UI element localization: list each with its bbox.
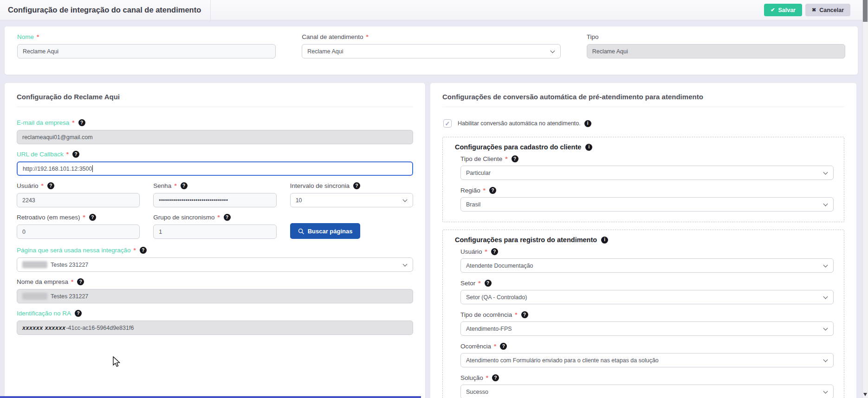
identificacao-label: Identificação no RA ? — [17, 310, 413, 317]
retroativo-input[interactable] — [17, 225, 140, 239]
intervalo-select[interactable]: 10 — [290, 193, 413, 207]
help-icon[interactable]: ? — [489, 187, 496, 194]
tipo-cliente-label: Tipo de Cliente * ? — [460, 155, 834, 162]
save-button-label: Salvar — [778, 7, 796, 13]
label-text: Senha — [153, 182, 171, 189]
ocorrencia-select[interactable]: Atendimento com Formulário enviado para … — [460, 353, 834, 367]
help-icon[interactable]: ? — [500, 343, 507, 350]
help-icon[interactable]: ? — [47, 182, 54, 189]
buscar-paginas-button[interactable]: Buscar páginas — [290, 223, 361, 239]
chevron-down-icon — [823, 170, 828, 174]
required-asterisk: * — [72, 119, 74, 126]
help-icon[interactable]: ? — [521, 311, 528, 318]
help-icon[interactable]: ? — [224, 214, 231, 221]
help-icon[interactable]: ? — [492, 374, 499, 381]
regiao-label: Região * ? — [460, 187, 834, 194]
label-text: URL de Callback — [17, 151, 64, 158]
email-label: E-mail da empresa * ? — [17, 119, 413, 126]
help-icon[interactable]: ? — [353, 182, 360, 189]
required-asterisk: * — [83, 214, 85, 221]
nome-label: Nome * — [17, 33, 276, 40]
canal-select[interactable]: Reclame Aqui — [302, 44, 560, 58]
title-text: Configurações para cadastro do cliente — [455, 143, 581, 151]
field-retroativo: Retroativo (em meses) * ? — [17, 214, 140, 239]
label-text: Solução — [460, 374, 483, 381]
field-solucao: Solução * ? Sucesso — [460, 374, 834, 398]
help-icon[interactable]: ? — [77, 278, 84, 285]
field-tipo: Tipo — [587, 33, 845, 58]
help-icon[interactable]: ? — [512, 155, 518, 162]
senha-input[interactable] — [153, 193, 276, 207]
pagina-select[interactable]: Testes 231227 — [17, 257, 413, 272]
info-icon[interactable]: i — [584, 120, 591, 127]
grupo-input[interactable] — [153, 225, 276, 239]
scroll-down-arrow-icon[interactable] — [863, 393, 867, 396]
label-text: Setor — [460, 280, 475, 287]
chevron-down-icon — [823, 357, 828, 362]
chevron-down-icon — [823, 201, 828, 206]
required-asterisk: * — [515, 311, 517, 318]
help-icon[interactable]: ? — [181, 182, 188, 189]
header-divider — [210, 0, 211, 20]
field-callback-url: URL de Callback * ? http://192.168.101.1… — [17, 151, 413, 176]
registro-usuario-select[interactable]: Atendente Documentação — [460, 258, 834, 273]
mouse-cursor — [111, 356, 122, 367]
field-senha: Senha * ? — [153, 182, 276, 207]
save-button[interactable]: ✔ Salvar — [764, 4, 802, 16]
required-asterisk: * — [494, 343, 496, 350]
solucao-select[interactable]: Sucesso — [460, 385, 834, 398]
app-window: Configuração de integração do canal de a… — [0, 0, 868, 398]
pagina-label: Página que será usada nessa integração *… — [17, 247, 413, 254]
info-icon[interactable]: i — [601, 237, 608, 244]
email-input[interactable] — [17, 130, 413, 144]
tipo-input[interactable] — [587, 44, 845, 58]
identificacao-input[interactable]: xxxxxx xxxxxx -41cc-ac16-5964d9e831f6 — [17, 321, 413, 335]
callback-input[interactable]: http://192.168.101.12:3500 — [17, 161, 413, 176]
tipo-ocorrencia-select[interactable]: Atendimento-FPS — [460, 321, 834, 336]
help-icon[interactable]: ? — [140, 247, 147, 254]
enable-conversion-checkbox[interactable]: ✓ — [443, 119, 452, 128]
canal-label: Canal de atendimento * — [302, 33, 560, 40]
label-text: Intervalo de sincronia — [290, 182, 350, 189]
bottom-edge-bar — [0, 396, 421, 398]
field-pagina-integracao: Página que será usada nessa integração *… — [17, 247, 413, 272]
label-text: Habilitar conversão automática no atendi… — [458, 120, 581, 127]
checkmark-icon: ✓ — [445, 120, 450, 127]
cancel-button[interactable]: ✖ Cancelar — [805, 4, 850, 16]
auto-conversion-panel: Configurações de conversão automática de… — [430, 83, 856, 398]
reclame-aqui-config-panel: Configuração do Reclame Aqui E-mail da e… — [5, 83, 425, 398]
help-icon[interactable]: ? — [89, 214, 96, 221]
nome-empresa-input[interactable]: Testes 231227 — [17, 289, 413, 303]
help-icon[interactable]: ? — [72, 151, 79, 158]
help-icon[interactable]: ? — [491, 248, 498, 255]
required-asterisk: * — [478, 280, 480, 287]
label-text: Página que será usada nessa integração — [17, 247, 130, 254]
nome-input[interactable] — [17, 44, 276, 58]
scrollbar[interactable] — [862, 0, 868, 398]
setor-select[interactable]: Setor (QA - Controlado) — [460, 290, 834, 304]
required-asterisk: * — [485, 248, 487, 255]
help-icon[interactable]: ? — [78, 119, 85, 126]
cadastro-title: Configurações para cadastro do cliente i — [451, 143, 836, 151]
info-icon[interactable]: i — [585, 144, 592, 151]
intervalo-label: Intervalo de sincronia ? — [290, 182, 413, 189]
tipo-cliente-select[interactable]: Particular — [460, 166, 834, 180]
ocorrencia-label: Ocorrência * ? — [460, 343, 834, 350]
scrollbar-thumb[interactable] — [863, 0, 868, 22]
field-intervalo-sincronia: Intervalo de sincronia ? 10 — [290, 182, 413, 207]
redacted-text — [22, 293, 47, 300]
usuario-label: Usuário * ? — [17, 182, 140, 189]
help-icon[interactable]: ? — [75, 310, 82, 317]
input-value: Testes 231227 — [51, 293, 88, 300]
help-icon[interactable]: ? — [485, 280, 492, 287]
header-bar: Configuração de integração do canal de a… — [0, 0, 862, 20]
required-asterisk: * — [483, 187, 486, 194]
search-icon — [298, 228, 304, 234]
regiao-select[interactable]: Brasil — [460, 197, 834, 212]
label-text: Tipo de ocorrência — [460, 311, 512, 318]
usuario-input[interactable] — [17, 193, 140, 207]
select-value: Brasil — [466, 201, 480, 208]
nome-empresa-label: Nome da empresa * ? — [17, 278, 413, 285]
label-text: E-mail da empresa — [17, 119, 69, 126]
chevron-down-icon — [823, 389, 828, 393]
